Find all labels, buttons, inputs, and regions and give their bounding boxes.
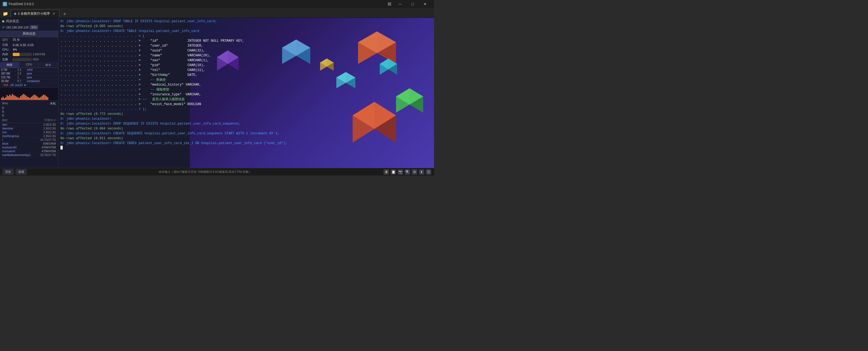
terminal-line: No rows affected (0.011 seconds)	[61, 136, 432, 141]
net-dropdown[interactable]: ▼	[24, 84, 26, 87]
tab-cpu[interactable]: CPU	[19, 62, 38, 68]
tab-indicator	[14, 13, 16, 15]
chart-bar	[14, 96, 16, 100]
chart-bar	[12, 94, 13, 100]
status-icon-4[interactable]: ⚙	[412, 169, 417, 175]
tabbar: 📁 1 全栈开发医疗小程序 ✕ +	[0, 8, 434, 18]
chart-bar	[22, 95, 23, 100]
terminal-line: . . . . . . . . . . . . . . . . . . . . …	[61, 102, 432, 107]
chart-bar	[10, 96, 12, 100]
status-icon-5[interactable]: ⬇	[419, 169, 424, 175]
active-tab[interactable]: 1 全栈开发医疗小程序 ✕	[10, 9, 59, 17]
latency-v2: 0	[2, 110, 4, 113]
tab-close-button[interactable]: ✕	[52, 12, 56, 16]
terminal-line: 0: jdbc:phoenix:localhost> DROP SEQUENCE…	[61, 121, 432, 126]
terminal-content[interactable]: 0: jdbc:phoenix:localhost> DROP TABLE IF…	[58, 18, 434, 168]
titlebar: F FinalShell 3.9.8.2 ─ □ ✕	[0, 0, 434, 8]
disk-list: /dev2.3G/2.3G/dev/shm2.3G/2.3G/run2.3G/2…	[0, 123, 58, 157]
close-button[interactable]: ✕	[419, 0, 431, 8]
sync-status-row: 同步状态	[0, 18, 58, 25]
cpu-value: 4%	[13, 48, 17, 51]
chart-bar	[28, 97, 29, 100]
disk-row: /run/user/0470M/470M	[0, 149, 58, 153]
latency-v3: 0	[2, 114, 4, 117]
runtime-row: 运行 31 分	[0, 37, 58, 42]
cpu-row: CPU 4%	[0, 47, 58, 52]
sync-label: 同步状态	[6, 19, 19, 24]
mem-bar-bg	[13, 53, 32, 56]
chart-bar	[35, 95, 36, 100]
chart-bar	[26, 96, 27, 100]
terminal[interactable]: 0: jdbc:phoenix:localhost> DROP TABLE IF…	[58, 18, 434, 168]
swap-value: 0/2G	[33, 58, 39, 61]
chart-bar	[6, 95, 8, 100]
terminal-line: No rows affected (0.772 seconds)	[61, 112, 432, 116]
history-button[interactable]: 历史	[3, 169, 13, 175]
process-table: 6.7M1.3sshd287.8M1.3java215.7M1java30.5M…	[0, 68, 58, 83]
chart-bar	[42, 96, 43, 100]
status-icon-2[interactable]: 📷	[398, 169, 403, 175]
load-label: 负载	[2, 43, 12, 47]
terminal-line: . . . . . . . . . . . . . . . . . . . . …	[61, 38, 432, 43]
terminal-line: . . . . . . . . . . . . . . . . . . . . …	[61, 107, 432, 112]
status-icon-0[interactable]: ⚡	[383, 169, 389, 175]
chart-bar	[38, 97, 39, 100]
latency-section: 0ms 本机 0 0 0	[0, 101, 58, 118]
terminal-cursor	[61, 146, 63, 149]
mem-row: 内存 1.6G/4.6G	[0, 52, 58, 57]
load-value: 0.18, 0.32, 0.23	[13, 43, 33, 46]
disk-row: /run/user/42470M/470M	[0, 146, 58, 149]
terminal-line: 0: jdbc:phoenix:localhost>	[61, 116, 432, 121]
terminal-line: . . . . . . . . . . . . . . . . . . . . …	[61, 48, 432, 53]
terminal-line: . . . . . . . . . . . . . . . . . . . . …	[61, 82, 432, 87]
terminal-line: . . . . . . . . . . . . . . . . . . . . …	[61, 73, 432, 77]
disk-size-header: 可用/大小	[34, 118, 56, 122]
terminal-line: . . . . . . . . . . . . . . . . . . . . …	[61, 68, 432, 73]
disk-row: /10.7G/17.7G	[0, 138, 58, 142]
chart-bar	[16, 97, 17, 100]
select-button[interactable]: 选项	[16, 169, 27, 175]
tab-cmd[interactable]: 命令	[39, 62, 58, 68]
mem-label: 内存	[2, 52, 12, 56]
chart-bar	[24, 95, 25, 100]
chart-bar	[27, 97, 28, 100]
load-row: 负载 0.18, 0.32, 0.23	[0, 42, 58, 47]
terminal-line: No rows affected (0.005 seconds)	[61, 24, 432, 29]
folder-icon[interactable]: 📁	[1, 9, 9, 17]
maximize-button[interactable]: □	[406, 0, 419, 8]
runtime-value: 31 分	[13, 38, 20, 42]
terminal-line: 0: jdbc:phoenix:localhost> DROP TABLE IF…	[61, 19, 432, 24]
chart-bar	[20, 96, 21, 100]
disk-section: 路径 可用/大小 /dev2.3G/2.3G/dev/shm2.3G/2.3G/…	[0, 118, 58, 168]
disk-header: 路径 可用/大小	[0, 118, 58, 123]
status-icon-6[interactable]: ☰	[426, 169, 431, 175]
chart-bar	[5, 97, 6, 100]
sync-dot	[2, 20, 4, 23]
mem-value: 1.6G/4.6G	[33, 53, 45, 56]
mem-bar-fill	[13, 53, 20, 56]
chart-bar	[2, 97, 3, 100]
chart-bar	[46, 96, 47, 100]
chart-bar	[23, 94, 24, 100]
status-icon-1[interactable]: 📋	[391, 169, 396, 175]
swap-bar-bg	[13, 58, 32, 61]
net-download: ↓8K	[9, 84, 14, 87]
status-icon-3[interactable]: 🔍	[405, 169, 410, 175]
new-tab-button[interactable]: +	[61, 10, 68, 17]
statusbar: 历史 选项 命令输入（按ALT键提示历史,TAB键路径,ESC键返回,双击CTR…	[0, 168, 434, 176]
swap-label: 交换	[2, 58, 12, 62]
latency-row: 0ms 本机	[2, 101, 56, 106]
chart-bar	[18, 97, 19, 100]
terminal-line: . . . . . . . . . . . . . . . . . . . . …	[61, 63, 432, 68]
terminal-line: . . . . . . . . . . . . . . . . . . . . …	[61, 58, 432, 63]
app-icon: F	[3, 2, 7, 6]
latency-val3: 0	[2, 113, 56, 117]
ip-value: 192.168.200.128	[6, 26, 29, 29]
chart-bar	[39, 98, 40, 100]
terminal-line: . . . . . . . . . . . . . . . . . . . . …	[61, 77, 432, 82]
latency-val2: 0	[2, 110, 56, 113]
copy-ip-button[interactable]: 复制	[30, 25, 38, 30]
tab-mem[interactable]: 内存	[0, 62, 19, 68]
cpu-label: CPU	[2, 48, 12, 51]
minimize-button[interactable]: ─	[394, 0, 406, 8]
